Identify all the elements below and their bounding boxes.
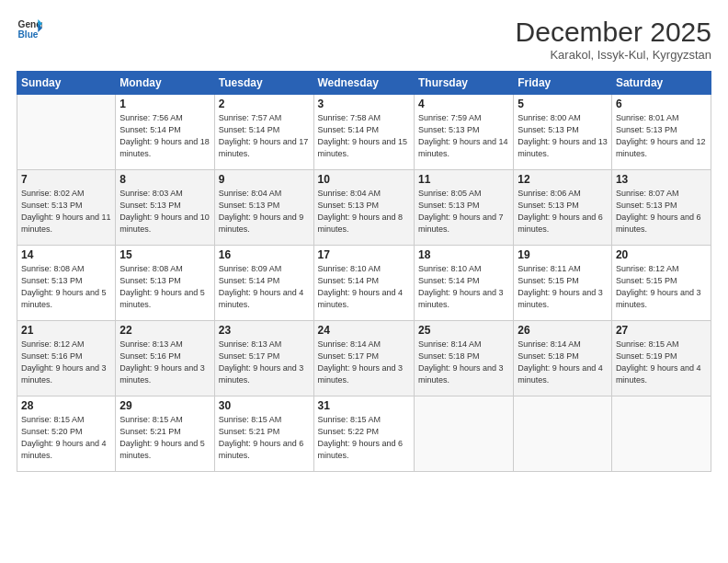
calendar-cell: 20Sunrise: 8:12 AMSunset: 5:15 PMDayligh… bbox=[611, 246, 711, 321]
day-info: Sunrise: 7:59 AMSunset: 5:13 PMDaylight:… bbox=[418, 112, 509, 160]
day-number: 29 bbox=[119, 399, 210, 412]
day-number: 21 bbox=[21, 324, 111, 337]
day-info: Sunrise: 8:10 AMSunset: 5:14 PMDaylight:… bbox=[418, 263, 509, 311]
day-info: Sunrise: 8:06 AMSunset: 5:13 PMDaylight:… bbox=[518, 188, 608, 236]
day-number: 23 bbox=[219, 324, 310, 337]
calendar-cell: 28Sunrise: 8:15 AMSunset: 5:20 PMDayligh… bbox=[17, 396, 116, 472]
day-number: 11 bbox=[418, 173, 509, 186]
calendar-cell: 11Sunrise: 8:05 AMSunset: 5:13 PMDayligh… bbox=[414, 170, 513, 246]
day-number: 2 bbox=[219, 98, 310, 110]
calendar-cell: 5Sunrise: 8:00 AMSunset: 5:13 PMDaylight… bbox=[514, 95, 612, 170]
calendar-cell: 29Sunrise: 8:15 AMSunset: 5:21 PMDayligh… bbox=[116, 396, 214, 472]
day-number: 17 bbox=[318, 248, 410, 261]
calendar-cell: 30Sunrise: 8:15 AMSunset: 5:21 PMDayligh… bbox=[214, 396, 313, 472]
calendar-cell: 31Sunrise: 8:15 AMSunset: 5:22 PMDayligh… bbox=[313, 396, 414, 472]
day-number: 14 bbox=[21, 248, 111, 261]
calendar-cell: 3Sunrise: 7:58 AMSunset: 5:14 PMDaylight… bbox=[313, 95, 414, 170]
svg-text:Blue: Blue bbox=[18, 29, 39, 40]
calendar-cell: 7Sunrise: 8:02 AMSunset: 5:13 PMDaylight… bbox=[17, 170, 116, 246]
col-friday: Friday bbox=[514, 72, 612, 95]
day-info: Sunrise: 8:14 AMSunset: 5:17 PMDaylight:… bbox=[318, 339, 410, 386]
col-thursday: Thursday bbox=[414, 72, 513, 95]
calendar-cell: 9Sunrise: 8:04 AMSunset: 5:13 PMDaylight… bbox=[214, 170, 313, 246]
calendar-cell: 13Sunrise: 8:07 AMSunset: 5:13 PMDayligh… bbox=[611, 170, 711, 246]
calendar-cell bbox=[414, 396, 513, 472]
day-info: Sunrise: 8:14 AMSunset: 5:18 PMDaylight:… bbox=[518, 339, 608, 386]
day-info: Sunrise: 8:07 AMSunset: 5:13 PMDaylight:… bbox=[616, 188, 707, 236]
calendar-cell: 16Sunrise: 8:09 AMSunset: 5:14 PMDayligh… bbox=[214, 246, 313, 321]
header-row: Sunday Monday Tuesday Wednesday Thursday… bbox=[17, 72, 711, 95]
calendar-cell: 4Sunrise: 7:59 AMSunset: 5:13 PMDaylight… bbox=[414, 95, 513, 170]
day-number: 1 bbox=[119, 98, 210, 110]
day-info: Sunrise: 8:00 AMSunset: 5:13 PMDaylight:… bbox=[518, 112, 608, 160]
calendar-cell: 6Sunrise: 8:01 AMSunset: 5:13 PMDaylight… bbox=[611, 95, 711, 170]
calendar-week-5: 28Sunrise: 8:15 AMSunset: 5:20 PMDayligh… bbox=[17, 396, 711, 472]
day-info: Sunrise: 8:11 AMSunset: 5:15 PMDaylight:… bbox=[518, 263, 608, 311]
day-number: 30 bbox=[219, 399, 310, 412]
day-number: 22 bbox=[119, 324, 210, 337]
day-info: Sunrise: 8:12 AMSunset: 5:15 PMDaylight:… bbox=[616, 263, 707, 311]
calendar-cell: 22Sunrise: 8:13 AMSunset: 5:16 PMDayligh… bbox=[116, 321, 214, 396]
calendar-week-2: 7Sunrise: 8:02 AMSunset: 5:13 PMDaylight… bbox=[17, 170, 711, 246]
day-info: Sunrise: 8:13 AMSunset: 5:17 PMDaylight:… bbox=[219, 339, 310, 386]
day-info: Sunrise: 8:15 AMSunset: 5:22 PMDaylight:… bbox=[318, 414, 410, 462]
day-number: 26 bbox=[518, 324, 608, 337]
col-sunday: Sunday bbox=[17, 72, 116, 95]
day-info: Sunrise: 8:09 AMSunset: 5:14 PMDaylight:… bbox=[219, 263, 310, 311]
col-saturday: Saturday bbox=[611, 72, 711, 95]
calendar-cell: 12Sunrise: 8:06 AMSunset: 5:13 PMDayligh… bbox=[514, 170, 612, 246]
day-info: Sunrise: 8:01 AMSunset: 5:13 PMDaylight:… bbox=[616, 112, 707, 160]
day-info: Sunrise: 8:08 AMSunset: 5:13 PMDaylight:… bbox=[119, 263, 210, 311]
calendar-cell: 24Sunrise: 8:14 AMSunset: 5:17 PMDayligh… bbox=[313, 321, 414, 396]
day-number: 19 bbox=[518, 248, 608, 261]
day-info: Sunrise: 7:56 AMSunset: 5:14 PMDaylight:… bbox=[119, 112, 210, 160]
day-info: Sunrise: 8:02 AMSunset: 5:13 PMDaylight:… bbox=[21, 188, 111, 236]
calendar-cell bbox=[611, 396, 711, 472]
calendar-cell bbox=[17, 95, 116, 170]
day-number: 28 bbox=[21, 399, 111, 412]
day-number: 10 bbox=[318, 173, 410, 186]
calendar-cell: 17Sunrise: 8:10 AMSunset: 5:14 PMDayligh… bbox=[313, 246, 414, 321]
calendar-cell bbox=[514, 396, 612, 472]
day-info: Sunrise: 8:15 AMSunset: 5:21 PMDaylight:… bbox=[119, 414, 210, 462]
day-number: 9 bbox=[219, 173, 310, 186]
day-info: Sunrise: 8:15 AMSunset: 5:20 PMDaylight:… bbox=[21, 414, 111, 462]
header: General Blue December 2025 Karakol, Issy… bbox=[17, 17, 711, 62]
day-info: Sunrise: 8:15 AMSunset: 5:19 PMDaylight:… bbox=[616, 339, 707, 386]
day-info: Sunrise: 8:05 AMSunset: 5:13 PMDaylight:… bbox=[418, 188, 509, 236]
day-number: 13 bbox=[616, 173, 707, 186]
calendar-cell: 2Sunrise: 7:57 AMSunset: 5:14 PMDaylight… bbox=[214, 95, 313, 170]
col-monday: Monday bbox=[116, 72, 214, 95]
day-number: 15 bbox=[119, 248, 210, 261]
calendar-week-3: 14Sunrise: 8:08 AMSunset: 5:13 PMDayligh… bbox=[17, 246, 711, 321]
day-number: 12 bbox=[518, 173, 608, 186]
day-number: 18 bbox=[418, 248, 509, 261]
day-info: Sunrise: 7:58 AMSunset: 5:14 PMDaylight:… bbox=[318, 112, 410, 160]
calendar-cell: 25Sunrise: 8:14 AMSunset: 5:18 PMDayligh… bbox=[414, 321, 513, 396]
calendar-cell: 10Sunrise: 8:04 AMSunset: 5:13 PMDayligh… bbox=[313, 170, 414, 246]
calendar: Sunday Monday Tuesday Wednesday Thursday… bbox=[17, 71, 711, 472]
day-number: 7 bbox=[21, 173, 111, 186]
logo-icon: General Blue bbox=[17, 17, 42, 42]
title-block: December 2025 Karakol, Issyk-Kul, Kyrgyz… bbox=[516, 17, 711, 62]
day-number: 31 bbox=[318, 399, 410, 412]
day-info: Sunrise: 8:04 AMSunset: 5:13 PMDaylight:… bbox=[219, 188, 310, 236]
day-number: 25 bbox=[418, 324, 509, 337]
day-info: Sunrise: 8:12 AMSunset: 5:16 PMDaylight:… bbox=[21, 339, 111, 386]
page: General Blue December 2025 Karakol, Issy… bbox=[0, 0, 728, 563]
calendar-cell: 21Sunrise: 8:12 AMSunset: 5:16 PMDayligh… bbox=[17, 321, 116, 396]
calendar-cell: 8Sunrise: 8:03 AMSunset: 5:13 PMDaylight… bbox=[116, 170, 214, 246]
day-number: 8 bbox=[119, 173, 210, 186]
col-tuesday: Tuesday bbox=[214, 72, 313, 95]
calendar-cell: 15Sunrise: 8:08 AMSunset: 5:13 PMDayligh… bbox=[116, 246, 214, 321]
calendar-week-1: 1Sunrise: 7:56 AMSunset: 5:14 PMDaylight… bbox=[17, 95, 711, 170]
location: Karakol, Issyk-Kul, Kyrgyzstan bbox=[516, 48, 711, 62]
day-info: Sunrise: 8:08 AMSunset: 5:13 PMDaylight:… bbox=[21, 263, 111, 311]
calendar-cell: 1Sunrise: 7:56 AMSunset: 5:14 PMDaylight… bbox=[116, 95, 214, 170]
day-info: Sunrise: 8:04 AMSunset: 5:13 PMDaylight:… bbox=[318, 188, 410, 236]
day-info: Sunrise: 7:57 AMSunset: 5:14 PMDaylight:… bbox=[219, 112, 310, 160]
calendar-cell: 23Sunrise: 8:13 AMSunset: 5:17 PMDayligh… bbox=[214, 321, 313, 396]
day-number: 3 bbox=[318, 98, 410, 110]
day-number: 24 bbox=[318, 324, 410, 337]
day-number: 20 bbox=[616, 248, 707, 261]
